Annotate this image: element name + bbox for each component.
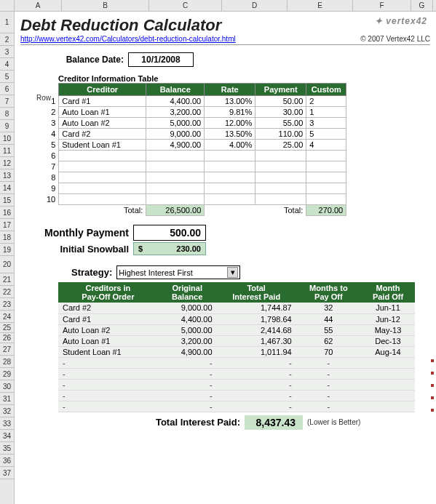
table-row[interactable]: 10 [44, 194, 400, 205]
table-row[interactable]: 4Card #29,000.0013.50%110.005 [44, 129, 400, 140]
rate-cell[interactable] [205, 161, 255, 172]
balance-cell[interactable]: 3,200.00 [146, 107, 205, 118]
column-header[interactable]: G [411, 0, 433, 11]
creditor-cell[interactable] [59, 183, 146, 194]
payoff-cell[interactable]: - [58, 390, 158, 401]
table-row[interactable]: Auto Loan #25,000.002,414.6855May-13 [58, 324, 415, 335]
payment-cell[interactable]: 25.00 [255, 140, 306, 151]
row-header[interactable]: 1 [0, 12, 14, 33]
row-header[interactable]: 10 [0, 132, 14, 145]
payment-cell[interactable] [255, 172, 306, 183]
payoff-cell[interactable]: - [217, 401, 296, 412]
source-url-link[interactable]: http://www.vertex42.com/Calculators/debt… [20, 35, 236, 43]
table-row[interactable]: Card #29,000.001,744.8732Jun-11 [58, 303, 415, 313]
creditor-cell[interactable]: Card #2 [59, 129, 146, 140]
payment-cell[interactable] [255, 161, 306, 172]
row-header[interactable]: 28 [0, 356, 14, 368]
row-header[interactable]: 35 [0, 442, 14, 455]
row-header[interactable]: 7 [0, 95, 14, 108]
payoff-cell[interactable]: - [296, 390, 361, 401]
payoff-cell[interactable]: Jun-11 [361, 303, 415, 313]
row-header[interactable]: 36 [0, 455, 14, 467]
rate-cell[interactable]: 13.50% [205, 129, 255, 140]
row-header[interactable]: 24 [0, 311, 14, 323]
creditor-cell[interactable] [59, 194, 146, 205]
payoff-cell[interactable]: Aug-14 [361, 346, 415, 357]
table-row[interactable]: 5Student Loan #14,900.004.00%25.004 [44, 140, 400, 151]
rate-cell[interactable] [205, 151, 255, 161]
row-header[interactable]: 29 [0, 368, 14, 380]
custom-cell[interactable] [306, 151, 346, 161]
custom-cell[interactable]: 5 [306, 129, 346, 140]
row-header[interactable]: 25 [0, 323, 14, 333]
custom-cell[interactable] [306, 183, 346, 194]
rate-cell[interactable]: 12.00% [205, 118, 255, 129]
rate-cell[interactable] [205, 183, 255, 194]
row-number-cell[interactable]: 5 [44, 140, 59, 151]
row-header[interactable]: 32 [0, 405, 14, 417]
row-header[interactable]: 20 [0, 256, 14, 273]
table-row[interactable]: ---- [58, 368, 415, 379]
balance-cell[interactable]: 4,400.00 [146, 96, 205, 107]
row-header[interactable]: 9 [0, 120, 14, 132]
payoff-cell[interactable] [361, 368, 415, 379]
custom-cell[interactable]: 2 [306, 96, 346, 107]
strategy-select[interactable]: Highest Interest First ▾ [116, 265, 240, 279]
balance-cell[interactable]: 5,000.00 [146, 118, 205, 129]
payment-cell[interactable]: 50.00 [255, 96, 306, 107]
payoff-cell[interactable]: - [158, 357, 217, 368]
balance-cell[interactable] [146, 161, 205, 172]
payment-cell[interactable]: 30.00 [255, 107, 306, 118]
row-header[interactable]: 8 [0, 108, 14, 120]
payoff-cell[interactable]: 62 [296, 335, 361, 346]
column-header[interactable] [0, 0, 15, 11]
row-number-cell[interactable]: 2 [44, 107, 59, 118]
custom-cell[interactable] [306, 172, 346, 183]
payment-cell[interactable]: 110.00 [255, 129, 306, 140]
row-header[interactable]: 13 [0, 169, 14, 182]
row-header[interactable]: 31 [0, 393, 14, 405]
row-header[interactable]: 6 [0, 83, 14, 95]
payoff-cell[interactable]: Jun-12 [361, 313, 415, 324]
payoff-cell[interactable]: 55 [296, 324, 361, 335]
payoff-cell[interactable]: 70 [296, 346, 361, 357]
rate-cell[interactable] [205, 194, 255, 205]
payment-cell[interactable] [255, 151, 306, 161]
payoff-cell[interactable]: - [58, 401, 158, 412]
balance-cell[interactable] [146, 172, 205, 183]
payoff-cell[interactable]: 2,414.68 [217, 324, 296, 335]
row-header[interactable]: 17 [0, 219, 14, 231]
payoff-cell[interactable] [361, 357, 415, 368]
payoff-cell[interactable]: Student Loan #1 [58, 346, 158, 357]
table-row[interactable]: Card #14,400.001,798.6444Jun-12 [58, 313, 415, 324]
payoff-cell[interactable]: May-13 [361, 324, 415, 335]
payoff-cell[interactable]: 1,744.87 [217, 303, 296, 313]
table-row[interactable]: 1Card #14,400.0013.00%50.002 [44, 96, 400, 107]
payoff-cell[interactable]: - [217, 390, 296, 401]
payoff-cell[interactable]: 4,900.00 [158, 346, 217, 357]
payoff-cell[interactable]: - [158, 401, 217, 412]
payoff-cell[interactable]: Card #1 [58, 313, 158, 324]
payoff-cell[interactable]: 32 [296, 303, 361, 313]
table-row[interactable]: 8 [44, 172, 400, 183]
row-header[interactable]: 27 [0, 343, 14, 356]
payoff-cell[interactable]: - [58, 368, 158, 379]
custom-cell[interactable]: 3 [306, 118, 346, 129]
balance-cell[interactable] [146, 151, 205, 161]
row-header[interactable]: 14 [0, 182, 14, 194]
row-header[interactable]: 26 [0, 333, 14, 343]
payoff-cell[interactable]: Dec-13 [361, 335, 415, 346]
rate-cell[interactable]: 4.00% [205, 140, 255, 151]
creditor-cell[interactable] [59, 172, 146, 183]
row-header[interactable]: 21 [0, 273, 14, 286]
row-number-cell[interactable]: 8 [44, 172, 59, 183]
payoff-cell[interactable]: 1,011.94 [217, 346, 296, 357]
payoff-cell[interactable]: - [296, 401, 361, 412]
column-header[interactable]: A [15, 0, 62, 11]
payoff-cell[interactable] [361, 401, 415, 412]
payoff-cell[interactable]: 5,000.00 [158, 324, 217, 335]
table-row[interactable]: ---- [58, 390, 415, 401]
creditor-cell[interactable] [59, 161, 146, 172]
payoff-cell[interactable]: 1,467.30 [217, 335, 296, 346]
row-header[interactable]: 18 [0, 231, 14, 244]
